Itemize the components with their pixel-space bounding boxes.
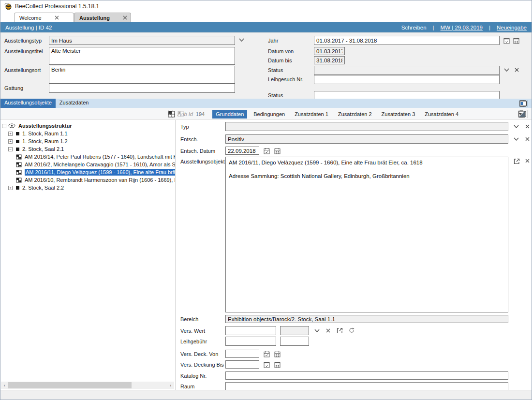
tree-item-label[interactable]: AM 2016/11, Diego Velàzquez (1599 - 1660… [25,169,175,176]
tree-branch-label[interactable]: 2. Stock, Saal 2.1 [22,146,64,152]
ausstellungsort-field[interactable]: Berlin [49,66,235,84]
status1-field[interactable] [314,66,500,75]
typ-dropdown-icon[interactable] [513,124,519,129]
tab-bedingungen[interactable]: Bedingungen [250,110,288,119]
view-grid-caret-icon[interactable] [168,113,172,116]
tab-grunddaten[interactable]: Grunddaten [212,110,247,119]
scroll-right-arrow[interactable]: › [167,383,174,388]
tree-branch-label[interactable]: 1. Stock, Raum 1.1 [22,131,68,136]
jahr-field[interactable] [314,36,500,45]
vers-wert-open-icon[interactable] [336,327,343,334]
tab-zusatzdaten-1[interactable]: Zusatzdaten 1 [291,110,332,119]
tab-welcome-close-icon[interactable] [54,15,59,20]
expand-expander-icon[interactable]: + [8,139,13,144]
status1-dropdown-icon[interactable] [503,68,510,72]
entsch-datum-datepicker-icon[interactable] [264,148,270,154]
aob-id-value: 194 [196,111,205,117]
scrollbar-track[interactable] [8,382,167,389]
user-date-link[interactable]: MW | 29.03.2019 [441,25,483,30]
vers-wert-refresh-icon[interactable] [348,327,355,334]
scroll-left-arrow[interactable]: ‹ [1,383,8,388]
leihgebuehr-field[interactable] [225,337,276,346]
vers-deckung-bis-calendar-icon[interactable] [274,361,281,368]
tab-ausstellung[interactable]: Ausstellung [74,13,131,22]
mode-indicator[interactable]: Schreiben [401,25,427,30]
datum-von-field[interactable] [314,47,345,55]
objekt-open-icon[interactable] [513,158,520,165]
raum-field[interactable] [225,382,508,390]
scrollbar-thumb[interactable] [8,382,132,388]
tree-horizontal-scrollbar[interactable]: ‹ › [1,382,174,389]
leihgebuehr-currency-field[interactable] [280,337,309,346]
tree-toolbar [168,108,173,120]
tree-branch-saal22[interactable]: + 2. Stock, Saal 2.2 [0,184,175,192]
tab-zusatzdaten[interactable]: Zusatzdaten [56,99,93,108]
tree-branch-raum11[interactable]: + 1. Stock, Raum 1.1 [0,130,175,137]
tree-branch-label[interactable]: 2. Stock, Saal 2.2 [22,185,64,191]
card-icon[interactable] [519,101,527,106]
datum-bis-label: Datum bis [268,58,292,63]
vers-wert-dropdown-icon[interactable] [314,328,320,333]
entsch-datum-calendar-icon[interactable] [274,148,281,154]
entsch-datum-field[interactable] [225,147,259,155]
tab-zusatzdaten-2[interactable]: Zusatzdaten 2 [335,110,375,119]
collapse-expander-icon[interactable]: − [8,147,13,151]
objekt-clear-icon[interactable] [525,158,530,163]
tree-item-am2016-10[interactable]: AM 2016/10, Rembrandt Harmenszoon van Ri… [0,176,175,184]
tree-item-am2016-2[interactable]: AM 2016/2, Michelangelo Caravaggio (1571… [0,161,175,168]
collapse-expander-icon[interactable]: − [2,124,6,128]
app-window: BeeCollect Professional 1.5.18.1 Welcome… [0,0,532,400]
bee-logo-icon [4,2,12,10]
tab-zusatzdaten-4[interactable]: Zusatzdaten 4 [421,110,462,119]
entsch-datum-label: Entsch. Datum [180,148,215,154]
tree-item-am2016-11-selected[interactable]: AM 2016/11, Diego Velàzquez (1599 - 1660… [0,168,175,176]
exhibition-structure-tree: − Ausstellungsstruktur + 1. Stock, Raum … [0,120,176,390]
vers-wert-clear-icon[interactable] [325,328,331,333]
filter-caret-icon[interactable] [518,113,522,116]
tab-ausstellungsobjekte[interactable]: Ausstellungsobjekte [0,99,56,108]
jahr-calendar-icon[interactable] [513,37,519,44]
room-node-icon [16,186,19,190]
tree-branch-saal21[interactable]: − 2. Stock, Saal 2.1 [0,145,175,153]
entsch-clear-icon[interactable] [525,136,530,142]
vers-deck-von-datepicker-icon[interactable] [264,351,270,357]
vers-deckung-bis-field[interactable] [225,360,259,369]
katalog-field[interactable] [225,371,508,380]
typ-clear-icon[interactable] [525,124,530,129]
vers-deck-von-field[interactable] [225,350,259,358]
new-entry-link[interactable]: Neueingabe [497,25,527,30]
vers-deckung-bis-datepicker-icon[interactable] [264,361,270,368]
ausstellungstyp-dropdown-icon[interactable] [238,38,245,42]
expand-expander-icon[interactable]: + [8,132,13,136]
tree-root[interactable]: − Ausstellungsstruktur [0,122,175,130]
vers-wert-currency-field[interactable] [280,326,309,335]
vers-wert-field[interactable] [225,326,276,335]
datum-bis-field[interactable] [314,56,345,64]
tree-item-label[interactable]: AM 2016/10, Rembrandt Harmenszoon van Ri… [25,177,175,183]
expand-expander-icon[interactable]: + [8,186,13,190]
tab-welcome[interactable]: Welcome [14,13,74,22]
tree-branch-raum12[interactable]: + 1. Stock, Raum 1.2 [0,137,175,145]
ausstellungstyp-field[interactable] [49,36,235,45]
status1-clear-icon[interactable] [514,67,519,73]
typ-field[interactable] [225,122,508,131]
gattung-field[interactable] [49,84,235,93]
jahr-datepicker-icon[interactable] [503,37,510,44]
bereich-field[interactable] [225,315,508,323]
ausstellungsobjekt-field[interactable]: AM 2016/11, Diego Velàzquez (1599 - 1660… [225,157,508,312]
ausstellungstitel-field[interactable]: Alte Meister [49,47,235,65]
entsch-field[interactable] [225,134,508,144]
entsch-dropdown-icon[interactable] [513,137,519,141]
tree-item-am2016-14[interactable]: AM 2016/14, Peter Paul Rubens (1577 - 16… [0,153,175,161]
tab-ausstellung-close-icon[interactable] [122,15,128,20]
ausstellungstitel-label: Ausstellungstitel [4,48,43,54]
tree-root-label[interactable]: Ausstellungsstruktur [18,123,72,129]
vers-deck-von-calendar-icon[interactable] [274,351,281,357]
tree-item-label[interactable]: AM 2016/2, Michelangelo Caravaggio (1571… [25,162,175,167]
tree-branch-label[interactable]: 1. Stock, Raum 1.2 [22,138,68,144]
entsch-label: Entsch. [180,136,198,142]
leihgesuch-field[interactable] [314,75,500,84]
raum-label: Raum [180,384,194,389]
tab-zusatzdaten-3[interactable]: Zusatzdaten 3 [378,110,419,119]
tree-item-label[interactable]: AM 2016/14, Peter Paul Rubens (1577 - 16… [25,154,175,160]
